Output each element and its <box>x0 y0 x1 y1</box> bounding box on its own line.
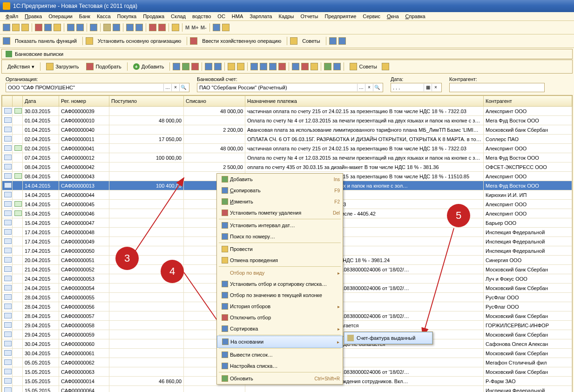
menu-кадры[interactable]: Кадры <box>276 13 297 20</box>
calc-icon[interactable] <box>103 24 111 31</box>
menu-нма[interactable]: НМА <box>229 13 246 20</box>
filter-hist-icon[interactable] <box>269 63 277 70</box>
ctx-обновить[interactable]: ОбновитьCtrl+Shift+R <box>217 373 343 384</box>
counterparty-input[interactable] <box>449 83 545 92</box>
clear-icon[interactable]: × <box>365 84 373 91</box>
struct-icon[interactable] <box>311 63 318 70</box>
ctx-изменить[interactable]: ИзменитьF2 <box>217 196 343 207</box>
menu-зарплата[interactable]: Зарплата <box>247 13 275 20</box>
ctx-установить-отбор-и-сортировку-списка-[interactable]: Установить отбор и сортировку списка… <box>217 278 343 290</box>
extra-icon[interactable] <box>338 37 346 45</box>
account-input[interactable]: ПАО "Сбербанк России" (Расчетный) … × 🔍 <box>197 83 383 92</box>
fav-icon[interactable] <box>172 24 179 31</box>
calendar-icon[interactable] <box>113 24 120 31</box>
ctx-сортировка[interactable]: Сортировка▸ <box>217 323 343 334</box>
menu-банк[interactable]: Банк <box>76 13 93 20</box>
column-header[interactable] <box>13 96 23 107</box>
paste-icon[interactable] <box>54 24 61 31</box>
org-input[interactable]: ООО "САФ ПРОМОУШЕНС" … × 🔍 <box>6 83 189 92</box>
ctx-установить-интервал-дат-[interactable]: Установить интервал дат… <box>217 220 343 231</box>
select-icon[interactable]: … <box>163 84 171 91</box>
clear-icon[interactable]: × <box>432 84 439 91</box>
clear-icon[interactable]: × <box>171 84 179 91</box>
column-header[interactable] <box>2 96 13 107</box>
actions-menu[interactable]: Действия ▾ <box>5 63 37 71</box>
menu-предприятие[interactable]: Предприятие <box>322 13 359 20</box>
set-org-button[interactable]: Установить основную организацию <box>95 37 184 45</box>
ctx-на-основании[interactable]: На основании▸ <box>217 336 343 348</box>
select-icon[interactable]: … <box>357 84 365 91</box>
table-row[interactable]: 30.03.2015САФ0000003948 000,00частичная … <box>2 107 572 116</box>
mplus-label[interactable]: M+ <box>191 25 199 30</box>
column-header[interactable]: Списано <box>184 96 245 107</box>
kt-icon[interactable] <box>158 24 166 31</box>
add-button[interactable]: +Добавить <box>130 62 167 71</box>
menu-ос[interactable]: ОС <box>215 13 228 20</box>
edit-icon[interactable] <box>182 63 189 70</box>
menu-склад[interactable]: Склад <box>168 13 189 20</box>
table-row[interactable]: 02.04.2015САФ0000004148 000,00частичная … <box>2 144 572 153</box>
show-panel-button[interactable]: Показать панель функций <box>12 37 80 45</box>
tips-icon[interactable] <box>290 37 297 45</box>
refresh-icon[interactable] <box>324 63 331 70</box>
menu-водство[interactable]: водство <box>189 13 214 20</box>
enter-operation-button[interactable]: Ввести хозяйственную операцию <box>199 37 284 45</box>
dtkt-icon[interactable] <box>301 63 309 70</box>
submenu-invoice-issued[interactable]: Счет-фактура выданный <box>344 332 432 344</box>
goto-icon[interactable] <box>135 24 143 31</box>
menu-касса[interactable]: Касса <box>94 13 114 20</box>
panel-icon[interactable] <box>3 37 10 45</box>
mminus-label[interactable]: M- <box>201 25 207 30</box>
help-icon[interactable] <box>222 24 230 31</box>
delete-icon[interactable] <box>191 63 199 70</box>
interval-icon[interactable] <box>205 63 212 70</box>
ctx-отключить-отбор[interactable]: Отключить отбор <box>217 312 343 323</box>
dt-icon[interactable] <box>149 24 156 31</box>
org-icon[interactable] <box>86 37 93 45</box>
filter-off-icon[interactable] <box>278 63 286 70</box>
undo-icon[interactable] <box>67 24 74 31</box>
column-header[interactable]: Рег. номер <box>59 96 109 107</box>
basis-icon[interactable] <box>292 63 299 70</box>
menu-правка[interactable]: Правка <box>22 13 45 20</box>
table-row[interactable]: 08.04.2015САФ000000422 500,00оплата по с… <box>2 162 572 172</box>
link-icon[interactable] <box>126 24 134 31</box>
post-icon[interactable] <box>228 63 235 70</box>
oper-icon[interactable] <box>190 37 197 45</box>
date-input[interactable]: . . . ▦ × <box>391 83 442 92</box>
ctx-добавить[interactable]: ДобавитьIns <box>217 174 343 185</box>
ctx-провести[interactable]: Провести <box>217 243 343 255</box>
ctx-скопировать[interactable]: СкопироватьF9 <box>217 185 343 196</box>
column-header[interactable]: Дата <box>23 96 59 107</box>
menu-операции[interactable]: Операции <box>46 13 75 20</box>
table-row[interactable]: 02.04.2015САФ0000001117 050,00ОПЛАТА СЧ.… <box>2 135 572 144</box>
menu-окна[interactable]: Окна <box>384 13 402 20</box>
search-icon[interactable]: 🔍 <box>179 84 187 91</box>
tips-button[interactable]: Советы <box>347 62 379 71</box>
menu-отчеты[interactable]: Отчеты <box>297 13 321 20</box>
ctx-отбор-по-виду[interactable]: Отбор по виду▸ <box>217 267 343 278</box>
unpost-icon[interactable] <box>237 63 244 70</box>
menu-продажа[interactable]: Продажа <box>140 13 167 20</box>
copy-icon[interactable] <box>44 24 52 31</box>
filter-icon[interactable] <box>250 63 258 70</box>
search-icon[interactable] <box>214 63 222 70</box>
load-button[interactable]: Загрузить <box>43 62 81 71</box>
ctx-отмена-проведения[interactable]: Отмена проведения <box>217 255 343 266</box>
column-header[interactable]: Назначение платежа <box>245 96 484 107</box>
cut-icon[interactable] <box>35 24 42 31</box>
tool-icon[interactable] <box>213 24 220 31</box>
column-header[interactable]: Поступило <box>109 96 184 107</box>
find-icon[interactable] <box>90 24 97 31</box>
column-header[interactable]: Контрагент <box>484 96 572 107</box>
menu-сервис[interactable]: Сервис <box>360 13 383 20</box>
menu-покупка[interactable]: Покупка <box>115 13 140 20</box>
open-icon[interactable] <box>12 24 20 31</box>
help-icon[interactable] <box>382 63 389 70</box>
print-icon[interactable] <box>333 63 341 70</box>
table-row[interactable]: 01.04.2015САФ000000402 200,00Авансовая п… <box>2 125 572 135</box>
ctx-установить-пометку-удаления[interactable]: Установить пометку удаленияDel <box>217 207 343 218</box>
search-icon[interactable]: 🔍 <box>373 84 381 91</box>
ctx-настройка-списка-[interactable]: Настройка списка… <box>217 360 343 372</box>
ctx-вывести-список-[interactable]: Вывести список… <box>217 349 343 360</box>
